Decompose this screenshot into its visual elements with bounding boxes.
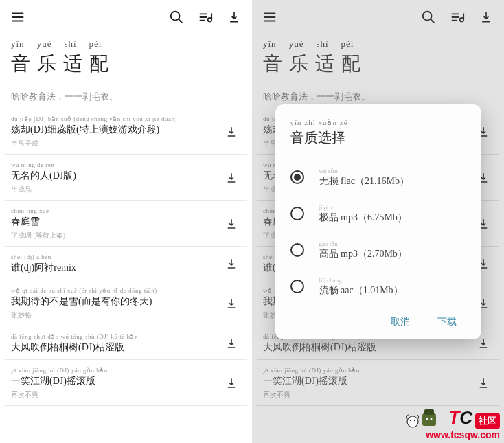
search-icon[interactable] [167, 8, 186, 27]
download-button[interactable] [222, 334, 241, 353]
download-button[interactable] [222, 374, 241, 393]
option-label: 无损 flac（21.16Mb） [319, 175, 469, 188]
option-pinyin: jí pǐn [319, 204, 469, 211]
download-button[interactable] [222, 168, 241, 188]
dialog-title: 音质选择 [290, 128, 469, 147]
song-artist: 半成品 [11, 185, 222, 194]
song-pinyin: yī xiào jiāng hú (DJ) yáo gǔn bǎn [11, 367, 222, 374]
playlist-icon[interactable] [196, 8, 215, 27]
quality-option[interactable]: jí pǐn极品 mp3（6.75Mb） [290, 196, 469, 232]
title-char: 配 [89, 51, 108, 77]
song-pinyin: wú míng de rén [11, 161, 222, 168]
download-icon[interactable] [225, 8, 244, 27]
radio-selected-icon[interactable] [290, 170, 304, 184]
title-pinyin: pèi [89, 38, 102, 49]
modal-overlay[interactable]: yīn zhì xuǎn zé 音质选择 wú sǔn无损 flac（21.16… [252, 0, 504, 443]
song-item[interactable]: dú jiǎo (DJ) bǎn suǒ (dēng shàng yǎn shì… [5, 109, 247, 155]
option-label: 流畅 aac（1.01Mb） [319, 284, 469, 297]
menu-icon[interactable] [8, 8, 27, 27]
title-char: 适 [63, 51, 82, 77]
screen-right-dialog: yīn yuè shì pèi 音 乐 适 配 哈哈教育法，一一剥毛衣。 dú … [252, 0, 504, 443]
title-char: 音 [11, 51, 30, 77]
song-pinyin: shéi (dj) ā bàn [11, 253, 222, 260]
confirm-button[interactable]: 下载 [437, 316, 457, 328]
song-artist: 张妙格 [11, 310, 222, 320]
download-button[interactable] [222, 254, 241, 273]
song-artist: 半吊子成 [11, 139, 222, 148]
option-label: 高品 mp3（2.70Mb） [319, 248, 469, 260]
option-label: 极品 mp3（6.75Mb） [319, 212, 469, 224]
option-pinyin: wú sǔn [319, 168, 469, 174]
title-pinyin: yīn [11, 38, 25, 49]
song-pinyin: chūn tíng xuě [11, 207, 222, 214]
dialog-actions: 取消 下载 [290, 316, 469, 328]
app-title: yīn yuè shì pèi 音 乐 适 配 [0, 34, 252, 85]
song-item[interactable]: wǒ qī dài de bú shì xuě (ér shì yǒu nǐ d… [5, 280, 247, 326]
song-name: 一笑江湖(DJ)摇滚版 [11, 375, 222, 387]
song-pinyin: dà fēng chuī dǎo wú tóng shù (DJ) kū tà … [11, 333, 222, 340]
cancel-button[interactable]: 取消 [391, 316, 410, 328]
svg-point-0 [171, 12, 180, 21]
song-artist: 字成调 (等待上架) [11, 231, 222, 240]
song-pinyin: wǒ qī dài de bú shì xuě (ér shì yǒu nǐ d… [11, 287, 222, 294]
download-button[interactable] [222, 122, 241, 141]
quality-option[interactable]: wú sǔn无损 flac（21.16Mb） [290, 159, 469, 196]
title-pinyin: shì [64, 38, 76, 49]
song-artist: 再次不爽 [11, 390, 222, 400]
song-name: 大风吹倒梧桐树(DJ)枯涩版 [11, 341, 222, 354]
quality-option[interactable]: liú chàng流畅 aac（1.01Mb） [290, 269, 469, 305]
song-name: 无名的人(DJ版) [11, 170, 222, 182]
download-button[interactable] [222, 294, 241, 313]
song-name: 殇却(DJ)细蕊版(特上演妓游戏介段) [11, 124, 222, 136]
radio-unselected-icon[interactable] [290, 207, 304, 220]
song-name: 谁(dj)阿衬remix [11, 262, 222, 274]
download-button[interactable] [222, 214, 241, 234]
song-item[interactable]: chūn tíng xuě春庭雪字成调 (等待上架) [5, 201, 247, 247]
option-pinyin: liú chàng [319, 277, 469, 284]
song-name: 春庭雪 [11, 216, 222, 228]
quality-dialog: yīn zhì xuǎn zé 音质选择 wú sǔn无损 flac（21.16… [275, 104, 481, 339]
song-name: 我期待的不是雪(而是有你的冬天) [11, 295, 222, 308]
title-char: 乐 [37, 51, 56, 77]
option-pinyin: gāo pǐn [319, 240, 469, 247]
radio-unselected-icon[interactable] [290, 280, 304, 293]
screen-left-list: yīn yuè shì pèi 音 乐 适 配 哈哈教育法，一一剥毛衣。 dú … [0, 0, 252, 443]
title-pinyin: yuè [37, 38, 52, 49]
song-item[interactable]: yī xiào jiāng hú (DJ) yáo gǔn bǎn一笑江湖(DJ… [5, 360, 247, 406]
radio-unselected-icon[interactable] [290, 243, 304, 257]
song-item[interactable]: wú míng de rén无名的人(DJ版)半成品 [5, 155, 247, 201]
song-pinyin: dú jiǎo (DJ) bǎn suǒ (dēng shàng yǎn shì… [11, 115, 222, 122]
subtitle: 哈哈教育法，一一剥毛衣。 [0, 85, 252, 109]
dialog-pinyin: yīn zhì xuǎn zé [290, 118, 469, 127]
topbar [0, 0, 252, 34]
quality-option[interactable]: gāo pǐn高品 mp3（2.70Mb） [290, 232, 469, 269]
song-item[interactable]: shéi (dj) ā bàn谁(dj)阿衬remix [5, 247, 247, 280]
song-item[interactable]: dà fēng chuī dǎo wú tóng shù (DJ) kū tà … [5, 326, 247, 360]
song-list: dú jiǎo (DJ) bǎn suǒ (dēng shàng yǎn shì… [0, 109, 252, 406]
